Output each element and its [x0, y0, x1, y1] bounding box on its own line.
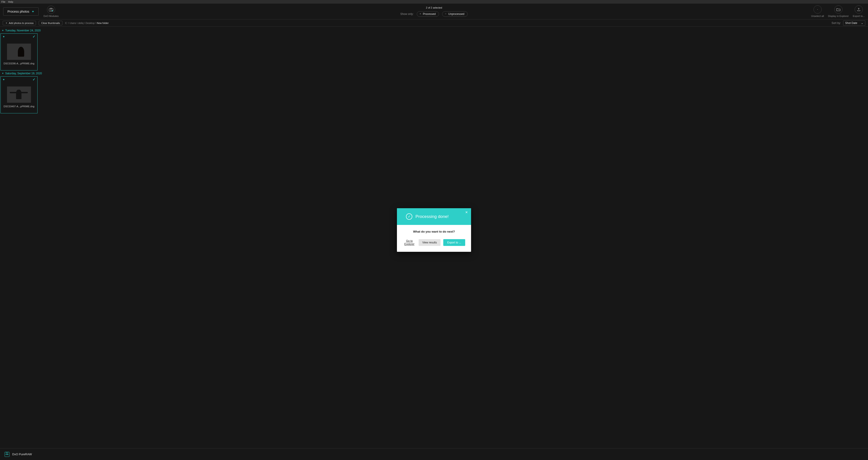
menu-help[interactable]: Help — [8, 0, 13, 3]
menu-file[interactable]: File — [1, 0, 5, 3]
thumbnail-filename: DSC03286-A...pPRIME.dng — [4, 62, 34, 65]
breadcrumb-current: New folder — [97, 22, 109, 24]
go-to-explorer-link[interactable]: Go to Explorer — [403, 239, 416, 246]
sparkle-icon: ✦ — [32, 10, 34, 13]
export-to-button[interactable]: Export to ... — [443, 239, 465, 246]
collapse-icon: ▼ — [2, 72, 4, 74]
clear-thumbnails-button[interactable]: Clear thumbnails — [39, 21, 62, 25]
date-group-label: Tuesday, November 24, 2020 — [5, 29, 41, 32]
sub-toolbar: ＋ Add photos to process Clear thumbnails… — [0, 20, 868, 27]
export-to-button[interactable]: Export to... — [853, 5, 865, 18]
date-group-header[interactable]: ▼ Tuesday, November 24, 2020 — [0, 28, 868, 33]
chevron-down-icon: ⌄ — [861, 22, 863, 25]
thumbnail-filename: DSC03497-A...pPRIME.dng — [4, 105, 34, 108]
sort-by-label: Sort by: — [832, 22, 841, 25]
collapse-icon: ▼ — [2, 29, 4, 32]
filter-processed-button[interactable]: ✦ Processed — [417, 11, 439, 17]
filter-unprocessed-button[interactable]: ✧ Unprocessed — [442, 11, 468, 17]
app-logo-icon: PR — [4, 452, 9, 457]
filter-unprocessed-label: Unprocessed — [448, 12, 464, 15]
display-in-explorer-button[interactable]: Display in Explorer — [828, 5, 849, 18]
dialog-header: ✓ Processing done! ✕ — [397, 208, 471, 225]
breadcrumb-path: C: \ Users \ deliq \ Desktop \ — [65, 22, 97, 24]
add-photos-button[interactable]: ＋ Add photos to process — [3, 21, 36, 25]
sort-value: Shot Date — [845, 22, 857, 25]
process-photos-button[interactable]: Process photos ✦ — [3, 7, 39, 15]
filter-processed-label: Processed — [423, 12, 436, 15]
dialog-body: What do you want to do next? Go to Explo… — [397, 225, 471, 252]
unselect-all-button[interactable]: · Unselect all — [811, 5, 824, 18]
date-group-label: Saturday, September 19, 2020 — [5, 72, 42, 75]
selection-count: 2 of 2 selected — [426, 6, 442, 9]
filter-row: Show only: ✦ Processed ✧ Unprocessed — [400, 11, 468, 17]
status-bar: PR DxO PureRAW — [0, 448, 868, 460]
thumbnail-image — [7, 87, 31, 103]
clear-thumbnails-label: Clear thumbnails — [41, 22, 60, 24]
sparkle-outline-icon: ✧ — [445, 12, 447, 15]
dialog-title: Processing done! — [415, 214, 449, 219]
plus-icon: ＋ — [5, 21, 8, 25]
export-to-label: Export to... — [853, 15, 865, 18]
selected-check-icon: ✓ — [33, 77, 35, 81]
sparkle-icon: ✦ — [419, 12, 421, 15]
processed-sparkle-icon: ✦ — [2, 78, 5, 81]
sort-dropdown[interactable]: Shot Date ⌄ — [843, 20, 865, 26]
svg-point-1 — [50, 9, 52, 11]
view-results-button[interactable]: View results — [418, 239, 440, 246]
thumbnail-item[interactable]: ✦ ✓ DSC03286-A...pPRIME.dng — [0, 33, 37, 70]
app-name: DxO PureRAW — [12, 453, 32, 456]
processed-sparkle-icon: ✦ — [2, 35, 5, 38]
dialog-actions: Go to Explorer View results Export to ..… — [403, 239, 465, 246]
center-toolbar: 2 of 2 selected Show only: ✦ Processed ✧… — [400, 6, 468, 17]
dialog-close-button[interactable]: ✕ — [465, 210, 468, 214]
right-toolbar: · Unselect all Display in Explorer Expor… — [811, 5, 865, 18]
dot-icon: · — [813, 5, 822, 13]
svg-point-3 — [52, 10, 53, 11]
main-toolbar: Process photos ✦ DxO Modules 2 of 2 sele… — [0, 4, 868, 20]
selected-check-icon: ✓ — [33, 35, 35, 39]
dxo-modules-label: DxO Modules — [43, 15, 59, 18]
dialog-question: What do you want to do next? — [403, 230, 465, 233]
unselect-all-label: Unselect all — [811, 15, 824, 18]
show-only-label: Show only: — [400, 12, 414, 15]
sort-group: Sort by: Shot Date ⌄ — [832, 20, 865, 26]
add-photos-label: Add photos to process — [9, 22, 33, 24]
breadcrumb: C: \ Users \ deliq \ Desktop \ New folde… — [65, 22, 109, 24]
camera-icon — [47, 6, 55, 14]
thumbnail-image — [7, 43, 31, 60]
dxo-modules-button[interactable]: DxO Modules — [43, 6, 59, 18]
export-icon — [855, 5, 863, 13]
folder-icon — [834, 5, 842, 13]
process-photos-label: Process photos — [7, 10, 29, 13]
svg-rect-2 — [50, 8, 52, 8]
processing-done-dialog: ✓ Processing done! ✕ What do you want to… — [397, 208, 471, 252]
display-in-explorer-label: Display in Explorer — [828, 15, 849, 18]
check-circle-icon: ✓ — [406, 213, 412, 220]
thumbnail-item[interactable]: ✦ ✓ DSC03497-A...pPRIME.dng — [0, 76, 37, 113]
date-group-header[interactable]: ▼ Saturday, September 19, 2020 — [0, 70, 868, 76]
menu-bar: File Help — [0, 0, 868, 4]
